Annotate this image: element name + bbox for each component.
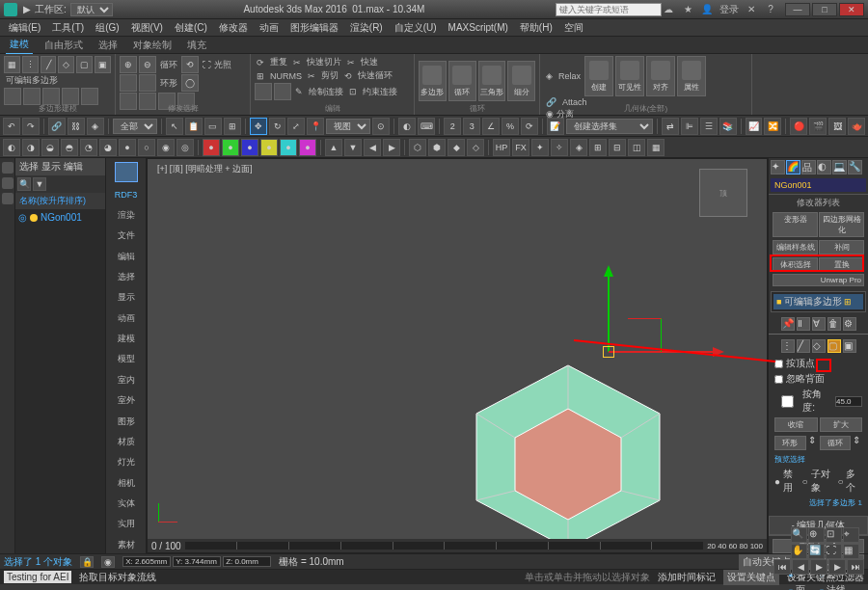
menu-maxscript[interactable]: MAXScript(M) [444,21,513,34]
menu-create[interactable]: 创建(C) [170,20,212,36]
hierarchy-tab-icon[interactable]: 品 [801,160,816,174]
orbit-icon[interactable]: 🔄 [808,544,825,559]
poly-icon[interactable]: ▦ [4,56,20,73]
preset-item[interactable]: 图形 [109,413,144,429]
t28[interactable]: ✧ [551,139,568,156]
menu-tools[interactable]: 工具(T) [47,20,89,36]
loop-icon[interactable]: ⟲ [181,56,199,73]
se-filter-icon[interactable]: 🔍 [17,177,31,191]
t2[interactable]: ◑ [22,139,40,156]
se-sort-icon[interactable]: ▼ [33,177,46,191]
ignore-back-check[interactable]: 忽略背面 [773,371,864,387]
max-vp-icon[interactable]: ⛶ [826,544,842,559]
so-element-icon[interactable]: ▣ [843,339,856,353]
workspace-dropdown[interactable]: 默认 [70,3,113,16]
select-icon[interactable]: ↖ [166,118,183,135]
t31[interactable]: ⊟ [609,139,626,156]
object-name-field[interactable]: NGon001 [771,178,866,192]
menu-help[interactable]: 帮助(H) [515,20,557,36]
config-icon[interactable]: ⚙ [843,317,856,331]
maximize-button[interactable]: □ [812,3,837,16]
viewport-label[interactable]: [+] [顶] [明暗处理 + 边面] [157,163,253,175]
preset-item[interactable]: 实用 [109,516,144,532]
t19[interactable]: ◀ [364,139,381,156]
render-setup-icon[interactable]: 🎬 [809,118,827,135]
keyboard-icon[interactable]: ⌨ [418,118,435,135]
edge-icon[interactable]: ╱ [41,56,57,73]
modifier-list-label[interactable]: 修改器列表 [773,197,864,209]
cloud-icon[interactable]: ☁ [662,3,675,16]
shrink-icon[interactable]: ⊖ [139,56,156,73]
ribbon-tab-populate[interactable]: 填充 [183,37,210,54]
remove-mod-icon[interactable]: 🗑 [827,317,841,331]
tree-item[interactable]: ◎NGon001 [17,211,103,224]
tris-button[interactable]: 三角形 [478,61,506,101]
place-icon[interactable]: 📍 [307,118,324,135]
subdiv-button[interactable]: 细分 [507,61,535,101]
t11[interactable]: ● [203,139,220,156]
t33[interactable]: ▦ [647,139,665,156]
vp-layout-icon[interactable]: ▦ [843,544,859,559]
zoom-all-icon[interactable]: ⊕ [808,527,825,543]
t18[interactable]: ▼ [344,139,362,156]
loop-btn[interactable]: 循环 [820,436,852,450]
z-coord[interactable] [223,556,271,567]
se-tab-select[interactable]: 选择 [19,160,39,174]
menu-space[interactable]: 空间 [559,20,588,36]
shrink-btn[interactable]: 收缩 [774,417,818,432]
r13[interactable] [274,83,291,100]
mod-unwrap[interactable]: Unwrap Pro [773,274,864,286]
r12[interactable] [255,83,272,100]
iso-icon[interactable]: ◉ [101,556,115,568]
search-input[interactable] [556,3,662,16]
rendered-frame-icon[interactable]: 🖼 [828,118,846,135]
close-panel-icon[interactable]: ✕ [745,3,758,16]
props-btn[interactable]: 属性 [677,56,706,96]
modify-tab-icon[interactable]: 🌈 [786,160,800,174]
preset-cube-icon[interactable] [115,162,138,182]
preset-item[interactable]: 显示 [109,289,144,306]
workspace-selector[interactable]: ▶工作区: 默认 [23,3,113,16]
preset-item[interactable]: 室外 [109,392,144,409]
utilities-tab-icon[interactable]: 🔧 [848,160,862,174]
t17[interactable]: ▲ [325,139,342,156]
mod-spline[interactable]: 编辑样条线 [773,240,818,255]
star-icon[interactable]: ★ [681,3,694,16]
transform-gizmo[interactable] [609,352,610,353]
preset-item[interactable]: 实体 [109,496,144,512]
ring-btn[interactable]: 环形 [774,436,806,450]
refcoord-dropdown[interactable]: 视图 [326,119,370,134]
spinner-snap-icon[interactable]: ⟳ [521,118,538,135]
modifier-stack[interactable]: ■ 可编辑多边形 ⊞ [771,291,866,312]
preset-item[interactable]: RDF3 [109,186,144,202]
menu-graph[interactable]: 图形编辑器 [285,20,343,36]
so-poly-icon[interactable]: ▢ [827,339,841,353]
preset-item[interactable]: 室内 [109,372,144,389]
preset-item[interactable]: 动画 [109,310,144,327]
t14[interactable]: ● [260,139,278,156]
menu-animation[interactable]: 动画 [255,20,284,36]
preset-item[interactable]: 文件 [109,228,144,244]
t5[interactable]: ◔ [80,139,97,156]
grow-icon[interactable]: ⊕ [120,56,137,73]
schematic-icon[interactable]: 🔀 [764,118,781,135]
manip-icon[interactable]: ◐ [398,118,416,135]
mod-deform[interactable]: 变形器 [773,212,818,237]
se-tab-edit[interactable]: 编辑 [64,160,83,174]
t22[interactable]: ⬢ [428,139,446,156]
filter-dropdown[interactable]: 全部 [113,119,157,134]
preset-item[interactable]: 编辑 [109,248,144,264]
help-icon[interactable]: ? [764,3,777,16]
t16[interactable]: ● [299,139,316,156]
preset-item[interactable]: 模型 [109,351,144,367]
ring-icon[interactable]: ◯ [181,74,199,92]
menu-customize[interactable]: 自定义(U) [390,20,442,36]
setkey-button[interactable]: 设置关键点 [723,570,779,585]
user-icon[interactable]: 👤 [700,3,714,16]
add-marker[interactable]: 添加时间标记 [658,571,716,584]
viewport[interactable]: [+] [顶] [明暗处理 + 边面] 顶 0 / 100 20 40 60 8… [147,158,768,553]
snap3d-icon[interactable]: 3 [463,118,480,135]
goto-end-icon[interactable]: ⏭ [847,559,864,575]
t30[interactable]: ⊞ [589,139,607,156]
r6[interactable] [120,74,137,92]
